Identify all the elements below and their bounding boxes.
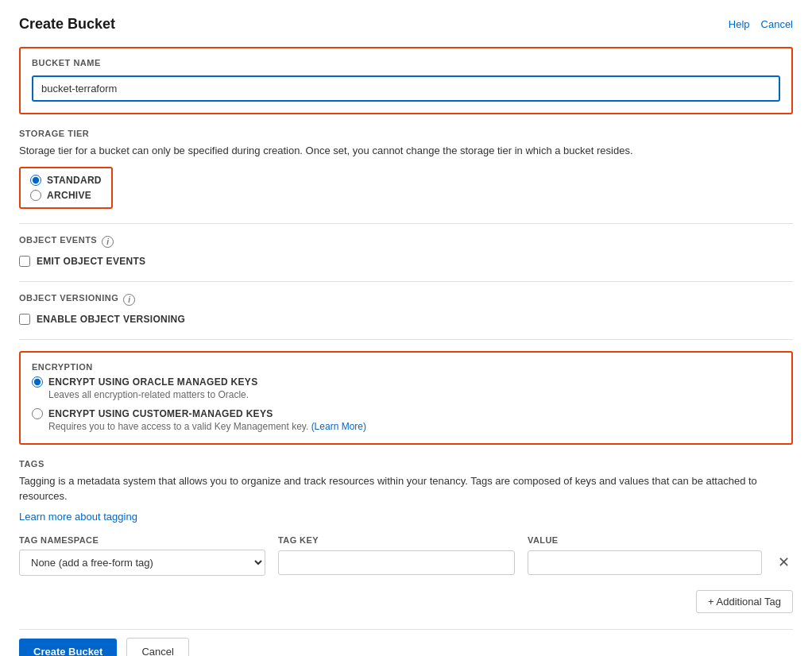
- tag-remove-button[interactable]: ✕: [775, 554, 793, 571]
- page-title: Create Bucket: [19, 16, 115, 33]
- bottom-actions: Create Bucket Cancel: [19, 629, 793, 657]
- tags-section: TAGS Tagging is a metadata system that a…: [19, 459, 793, 576]
- encrypt-oracle-managed-label: ENCRYPT USING ORACLE MANAGED KEYS: [48, 376, 257, 388]
- tag-row: None (add a free-form tag) ✕: [19, 550, 793, 576]
- encrypt-oracle-managed-radio[interactable]: [32, 376, 43, 388]
- storage-tier-section: STORAGE TIER Storage tier for a bucket c…: [19, 129, 793, 209]
- additional-tag-row: + Additional Tag: [19, 590, 793, 613]
- tags-description: Tagging is a metadata system that allows…: [19, 473, 793, 504]
- emit-object-events-checkbox[interactable]: [19, 256, 30, 267]
- tag-value-input[interactable]: [528, 550, 762, 575]
- object-versioning-header: OBJECT VERSIONING i: [19, 293, 793, 307]
- encrypt-learn-more-link[interactable]: (Learn More): [311, 421, 366, 432]
- emit-object-events-checkbox-row[interactable]: EMIT OBJECT EVENTS: [19, 256, 793, 267]
- encrypt-oracle-managed-desc: Leaves all encryption-related matters to…: [48, 389, 780, 400]
- tag-value-col-header: VALUE: [528, 535, 793, 545]
- object-versioning-info-icon[interactable]: i: [123, 294, 135, 306]
- header-links: Help Cancel: [729, 18, 793, 30]
- learn-more-tagging-link[interactable]: Learn more about tagging: [19, 511, 137, 523]
- top-cancel-link[interactable]: Cancel: [761, 18, 793, 30]
- cancel-button[interactable]: Cancel: [126, 638, 188, 657]
- emit-object-events-label: EMIT OBJECT EVENTS: [37, 256, 145, 267]
- encrypt-oracle-managed-row[interactable]: ENCRYPT USING ORACLE MANAGED KEYS: [32, 376, 780, 388]
- standard-radio[interactable]: [30, 175, 41, 186]
- object-events-info-icon[interactable]: i: [102, 236, 114, 248]
- bucket-name-label: BUCKET NAME: [32, 58, 780, 68]
- tags-label: TAGS: [19, 459, 793, 469]
- bucket-name-input[interactable]: [32, 75, 780, 102]
- additional-tag-button[interactable]: + Additional Tag: [696, 590, 793, 613]
- object-events-section: OBJECT EVENTS i EMIT OBJECT EVENTS: [19, 235, 793, 267]
- enable-object-versioning-label: ENABLE OBJECT VERSIONING: [37, 314, 185, 325]
- encrypt-customer-managed-desc-text: Requires you to have access to a valid K…: [48, 421, 311, 432]
- tag-key-input[interactable]: [278, 550, 515, 575]
- encrypt-customer-managed-label: ENCRYPT USING CUSTOMER-MANAGED KEYS: [48, 408, 273, 419]
- standard-label: STANDARD: [47, 175, 102, 186]
- encryption-label: ENCRYPTION: [32, 362, 780, 372]
- archive-radio[interactable]: [30, 190, 41, 201]
- tag-namespace-col-header: TAG NAMESPACE: [19, 535, 265, 545]
- encrypt-customer-managed-row[interactable]: ENCRYPT USING CUSTOMER-MANAGED KEYS: [32, 408, 780, 419]
- object-versioning-section: OBJECT VERSIONING i ENABLE OBJECT VERSIO…: [19, 293, 793, 325]
- enable-object-versioning-checkbox-row[interactable]: ENABLE OBJECT VERSIONING: [19, 314, 793, 325]
- storage-tier-standard[interactable]: STANDARD: [30, 175, 102, 186]
- divider-1: [19, 223, 793, 224]
- enable-object-versioning-checkbox[interactable]: [19, 314, 30, 325]
- encrypt-customer-managed-option: ENCRYPT USING CUSTOMER-MANAGED KEYS Requ…: [32, 408, 780, 432]
- encrypt-customer-managed-radio[interactable]: [32, 408, 43, 419]
- object-events-header: OBJECT EVENTS i: [19, 235, 793, 249]
- encrypt-customer-managed-desc: Requires you to have access to a valid K…: [48, 421, 780, 432]
- tag-columns-header: TAG NAMESPACE TAG KEY VALUE: [19, 535, 793, 545]
- create-bucket-button[interactable]: Create Bucket: [19, 639, 117, 657]
- encryption-section: ENCRYPTION ENCRYPT USING ORACLE MANAGED …: [19, 351, 793, 445]
- divider-3: [19, 339, 793, 340]
- encrypt-oracle-managed-option: ENCRYPT USING ORACLE MANAGED KEYS Leaves…: [32, 376, 780, 400]
- page-container: Create Bucket Help Cancel BUCKET NAME ST…: [0, 0, 812, 656]
- storage-tier-label: STORAGE TIER: [19, 129, 793, 138]
- storage-tier-description: Storage tier for a bucket can only be sp…: [19, 143, 793, 159]
- archive-label: ARCHIVE: [47, 190, 91, 201]
- bucket-name-section: BUCKET NAME: [19, 47, 793, 114]
- tag-key-col-header: TAG KEY: [278, 535, 515, 545]
- storage-tier-archive[interactable]: ARCHIVE: [30, 190, 102, 201]
- help-link[interactable]: Help: [729, 18, 750, 30]
- storage-tier-radio-group: STANDARD ARCHIVE: [19, 167, 113, 209]
- page-header: Create Bucket Help Cancel: [19, 16, 793, 33]
- divider-2: [19, 281, 793, 282]
- object-versioning-label: OBJECT VERSIONING: [19, 293, 118, 303]
- tag-namespace-select[interactable]: None (add a free-form tag): [19, 550, 265, 576]
- object-events-label: OBJECT EVENTS: [19, 235, 97, 245]
